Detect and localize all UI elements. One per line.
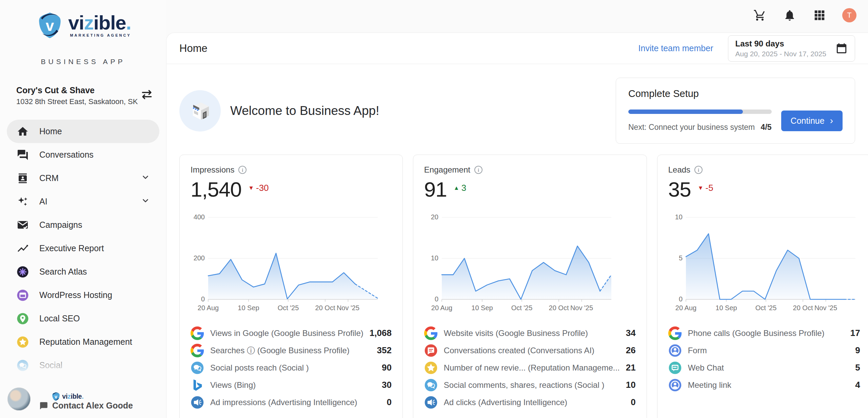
chevron-right-icon: › <box>830 116 833 125</box>
welcome-row: Welcome to Business App! Complete Setup … <box>179 78 855 144</box>
main-panel: Home Invite team member Last 90 days Aug… <box>166 33 868 418</box>
metric-row: Number of new revie... (Reputation Manag… <box>424 359 636 376</box>
date-range-selector[interactable]: Last 90 days Aug 20, 2025 - Nov 17, 2025 <box>728 35 855 62</box>
sidebar-item-label: Campaigns <box>39 220 82 230</box>
info-icon[interactable] <box>238 166 246 174</box>
sidebar-item-label: Local SEO <box>39 314 80 323</box>
notifications-icon[interactable] <box>783 8 797 22</box>
metric-row-value: 9 <box>855 345 860 356</box>
user-avatar[interactable]: T <box>842 8 856 22</box>
svg-text:v: v <box>55 394 58 399</box>
campaigns-icon <box>16 219 29 232</box>
sidebar-item-label: Executive Report <box>39 243 104 253</box>
apps-icon[interactable] <box>812 8 827 22</box>
metric-row-value: 5 <box>855 362 860 373</box>
card-title: Engagement <box>424 165 470 175</box>
impressions-area-chart: 020040020 Aug10 SepOct '2520 OctNov '25 <box>191 213 392 314</box>
ads-icon <box>424 396 438 409</box>
home-icon <box>16 125 29 138</box>
switch-business-icon[interactable] <box>140 88 153 101</box>
metric-row: Social comments, shares, reactions (Soci… <box>424 376 636 394</box>
storefront-icon <box>179 90 221 132</box>
info-icon[interactable] <box>474 166 482 174</box>
metric-row: Ad impressions (Advertising Intelligence… <box>191 394 392 411</box>
svg-text:0: 0 <box>201 295 205 303</box>
contact-agent-button[interactable]: Contact Alex Goode <box>39 401 133 411</box>
metric-row-label: Searches ⓘ (Google Business Profile) <box>210 345 371 356</box>
continue-button[interactable]: Continue› <box>781 111 843 131</box>
setup-next-step: Next: Connect your business system <box>628 123 755 132</box>
bing-icon <box>191 378 204 392</box>
impressions-card: Impressions 1,540▼-30 020040020 Aug10 Se… <box>179 155 403 418</box>
svg-text:20 Aug: 20 Aug <box>431 304 452 312</box>
card-value: 91 <box>424 178 447 201</box>
business-selector: Cory's Cut & Shave 1032 8th Street East,… <box>0 85 166 106</box>
info-icon[interactable] <box>694 166 703 174</box>
search-atlas-icon <box>16 265 29 278</box>
svg-text:Oct '25: Oct '25 <box>755 304 776 312</box>
svg-text:Nov '25: Nov '25 <box>337 304 359 312</box>
conv-ai-icon <box>424 344 438 357</box>
card-title: Leads <box>668 165 690 175</box>
metric-row-label: Web Chat <box>688 363 849 373</box>
wordpress-icon <box>16 289 29 302</box>
svg-text:20 Oct: 20 Oct <box>549 304 569 312</box>
metric-row-value: 0 <box>387 397 391 407</box>
svg-text:20 Oct: 20 Oct <box>315 304 335 312</box>
setup-progress-fill <box>628 110 743 114</box>
metric-row-value: 21 <box>626 362 636 373</box>
sidebar-item-local-seo[interactable]: Local SEO <box>7 307 159 330</box>
business-address: 1032 8th Street East, Saskatoon, SK <box>16 97 142 106</box>
date-range-value: Aug 20, 2025 - Nov 17, 2025 <box>735 50 826 58</box>
sidebar-item-executive-report[interactable]: Executive Report <box>7 237 159 260</box>
sidebar-item-label: CRM <box>39 173 59 183</box>
sidebar-item-crm[interactable]: CRM <box>7 166 159 190</box>
svg-text:10 Sep: 10 Sep <box>238 304 259 312</box>
metric-row-label: Views (Bing) <box>210 380 376 390</box>
metric-row-label: Social posts reach (Social ) <box>210 363 376 373</box>
cart-icon[interactable] <box>753 8 767 22</box>
metric-row-label: Social comments, shares, reactions (Soci… <box>444 380 620 390</box>
vizible-logo-small: v vizible. <box>51 393 83 400</box>
sidebar-item-conversations[interactable]: Conversations <box>7 143 159 166</box>
person-icon <box>668 378 682 392</box>
sidebar-item-home[interactable]: Home <box>7 120 159 143</box>
metric-row-label: Phone calls (Google Business Profile) <box>688 329 844 338</box>
wordmark: vizible. <box>68 13 131 33</box>
sidebar-item-ai[interactable]: AI <box>7 190 159 213</box>
social-icon <box>424 378 438 392</box>
metric-row-value: 0 <box>631 397 635 407</box>
sidebar-item-campaigns[interactable]: Campaigns <box>7 213 159 237</box>
metric-row: Searches ⓘ (Google Business Profile)352 <box>191 342 392 359</box>
metric-row: Views (Bing)30 <box>191 376 392 394</box>
metric-row: Social posts reach (Social )90 <box>191 359 392 376</box>
calendar-icon <box>835 42 848 55</box>
pin-icon <box>16 312 29 325</box>
webchat-icon <box>668 361 682 375</box>
svg-text:10 Sep: 10 Sep <box>471 304 493 312</box>
sidebar-item-wordpress-hosting[interactable]: WordPress Hosting <box>7 283 159 307</box>
engagement-breakdown-list: Website visits (Google Business Profile)… <box>424 324 636 411</box>
metric-row-label: Form <box>688 346 849 355</box>
engagement-area-chart: 0102020 Aug10 SepOct '2520 OctNov '25 <box>424 213 636 314</box>
chat-bubble-icon <box>39 401 48 410</box>
svg-text:400: 400 <box>194 213 205 221</box>
card-delta: ▼-30 <box>248 183 269 193</box>
metric-row-value: 90 <box>382 362 392 373</box>
page-header: Home Invite team member Last 90 days Aug… <box>166 33 868 64</box>
delta-arrow-icon: ▼ <box>248 185 254 192</box>
google-icon <box>191 344 204 357</box>
leads-card: Leads 35▼-5 051020 Aug10 SepOct '2520 Oc… <box>657 155 868 418</box>
sidebar-item-search-atlas[interactable]: Search Atlas <box>7 260 159 283</box>
sidebar-item-label: Conversations <box>39 150 94 160</box>
svg-text:20 Aug: 20 Aug <box>198 304 219 312</box>
svg-text:20: 20 <box>431 213 438 221</box>
sidebar-item-label: Home <box>39 126 62 136</box>
business-name: Cory's Cut & Shave <box>16 85 142 95</box>
invite-team-member-link[interactable]: Invite team member <box>638 43 713 53</box>
card-delta: ▲3 <box>454 183 466 193</box>
svg-text:Nov '25: Nov '25 <box>570 304 593 312</box>
welcome-title: Welcome to Business App! <box>230 104 379 118</box>
metric-cards-row: Impressions 1,540▼-30 020040020 Aug10 Se… <box>179 155 855 418</box>
svg-text:Nov '25: Nov '25 <box>814 304 837 312</box>
